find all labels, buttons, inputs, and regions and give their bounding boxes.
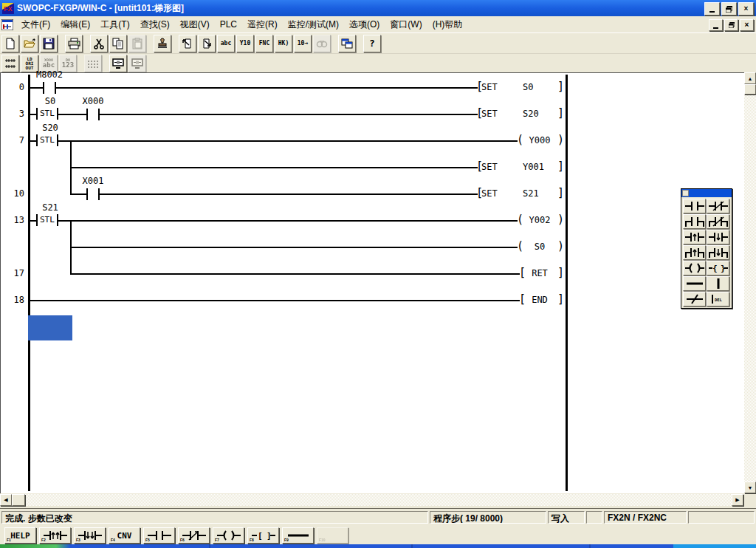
scroll-left-button[interactable]: ◀	[0, 494, 12, 506]
stl-contact[interactable]: STL	[36, 214, 58, 226]
menu-item-4[interactable]: 视图(V)	[175, 17, 215, 32]
menu-item-0[interactable]: 文件(F)	[16, 17, 55, 32]
fkey-symbol	[40, 528, 70, 543]
restore-button[interactable]	[721, 2, 737, 16]
fkey-f6[interactable]: F6	[178, 527, 210, 544]
convert-stamp-button[interactable]	[154, 35, 171, 52]
output-device: S0	[523, 82, 533, 92]
scroll-right-button[interactable]: ▶	[732, 494, 743, 506]
step-10-button-label: 10→	[298, 41, 308, 47]
coil-tool[interactable]	[683, 261, 706, 275]
windows-taskbar[interactable]	[0, 544, 756, 548]
contact-bar[interactable]	[86, 188, 88, 200]
step-number: 7	[5, 135, 24, 145]
horizontal-line-tool[interactable]	[683, 276, 706, 291]
status-extra	[688, 511, 755, 524]
read-page-button[interactable]	[179, 35, 196, 52]
delete-vertical-line-tool[interactable]: DEL	[707, 292, 729, 306]
copy-button[interactable]	[109, 35, 127, 52]
app-icon[interactable]: FX	[2, 3, 14, 14]
palette-title-bar[interactable]	[681, 189, 732, 197]
contact-hk-button[interactable]: HK)	[275, 35, 292, 52]
vertical-line-tool[interactable]	[707, 276, 729, 291]
open-button[interactable]	[21, 35, 38, 52]
branch-line	[70, 220, 72, 275]
menu-item-6[interactable]: 遥控(R)	[242, 17, 283, 32]
function-fnc-button[interactable]: FNC	[255, 35, 273, 52]
delete-line-tool[interactable]	[683, 292, 706, 306]
fkey-f7[interactable]: F7	[213, 527, 244, 544]
menu-item-8[interactable]: 选项(O)	[344, 17, 385, 32]
child-minimize-button[interactable]	[709, 19, 723, 31]
fkey-f8[interactable]: F8[]	[247, 527, 279, 544]
menu-item-3[interactable]: 查找(S)	[135, 17, 175, 32]
minimize-button[interactable]	[704, 2, 720, 16]
horizontal-scroll-thumb[interactable]	[12, 494, 25, 506]
falling-pulse-contact-tool[interactable]	[707, 230, 729, 244]
scroll-up-button[interactable]: ▲	[744, 72, 756, 84]
rising-pulse-contact-tool[interactable]	[683, 230, 706, 244]
horizontal-scrollbar[interactable]	[0, 494, 744, 506]
palette-system-box[interactable]	[682, 190, 689, 196]
fkey-f4[interactable]: F4CNV	[109, 527, 140, 544]
print-button[interactable]	[65, 35, 83, 52]
status-bar: 完成. 步数已改变 程序步( 19/ 8000) 写入 FX2N / FX2NC	[0, 508, 756, 525]
child-window-icon[interactable]	[1, 19, 13, 30]
menu-item-10[interactable]: (H)帮助	[427, 17, 468, 32]
start-button[interactable]	[0, 544, 70, 548]
write-page-button[interactable]	[198, 35, 216, 52]
scroll-down-button[interactable]: ▼	[744, 482, 756, 493]
coil-close-paren: )	[557, 214, 564, 225]
window-switch-button[interactable]	[338, 35, 356, 52]
monitor-start-button[interactable]	[109, 55, 127, 72]
rung-line	[29, 140, 518, 142]
cut-button[interactable]	[90, 35, 108, 52]
comment-abc-button[interactable]: abc	[217, 35, 235, 52]
register-view-button-label: D0123	[62, 58, 74, 69]
parallel-falling-pulse-contact-tool[interactable]	[707, 245, 729, 260]
rung-line	[71, 247, 518, 248]
child-restore-button[interactable]	[724, 19, 738, 31]
fkey-f1[interactable]: F1HELP	[4, 527, 36, 544]
menu-item-5[interactable]: PLC	[215, 17, 242, 32]
ladder-view-button[interactable]	[1, 55, 19, 72]
new-button[interactable]	[1, 35, 19, 52]
vertical-scroll-thumb[interactable]	[744, 84, 756, 95]
rung-line	[71, 167, 478, 168]
vertical-scrollbar[interactable]	[744, 72, 756, 493]
contact-bar[interactable]	[43, 82, 44, 94]
contact-bar[interactable]	[98, 109, 100, 120]
contact-bar[interactable]	[98, 188, 100, 200]
fkey-f2[interactable]: F2	[39, 527, 71, 544]
menu-item-2[interactable]: 工具(T)	[95, 17, 134, 32]
help-button[interactable]: ?	[363, 35, 381, 52]
fkey-f5[interactable]: F5	[143, 527, 175, 544]
open-contact-tool[interactable]	[683, 199, 706, 213]
system-tray[interactable]	[673, 544, 756, 548]
save-button[interactable]	[40, 35, 58, 52]
parallel-open-contact-tool[interactable]	[683, 214, 706, 229]
cursor-cell[interactable]	[28, 315, 72, 340]
close-button[interactable]: ×	[738, 2, 754, 16]
fkey-f3[interactable]: F3	[74, 527, 106, 544]
fkey-symbol	[75, 528, 105, 543]
stl-contact[interactable]: STL	[36, 108, 58, 120]
child-close-button[interactable]: ×	[740, 19, 754, 31]
contact-bar[interactable]	[86, 109, 88, 120]
closed-contact-tool[interactable]	[707, 199, 729, 213]
step-10-button[interactable]: 10→	[294, 35, 312, 52]
contact-bar[interactable]	[55, 82, 56, 94]
output-close-bracket: ]	[557, 267, 564, 278]
output-device: RET	[522, 268, 557, 278]
fkey-f9[interactable]: F9	[282, 527, 314, 544]
device-y10-button[interactable]: Y10	[236, 35, 254, 52]
menu-item-1[interactable]: 编辑(E)	[55, 17, 95, 32]
instruction-tool[interactable]: {}	[707, 261, 729, 275]
stl-contact[interactable]: STL	[36, 134, 58, 146]
menu-item-7[interactable]: 监控/测试(M)	[283, 17, 344, 32]
parallel-closed-contact-tool[interactable]	[707, 214, 729, 229]
ladder-editor[interactable]: 0M8002[SETS0]3STLS0X000[SETS20]7STLS20(Y…	[0, 72, 744, 493]
branch-line	[70, 140, 72, 195]
parallel-rising-pulse-contact-tool[interactable]	[683, 245, 706, 260]
menu-item-9[interactable]: 窗口(W)	[385, 17, 427, 32]
